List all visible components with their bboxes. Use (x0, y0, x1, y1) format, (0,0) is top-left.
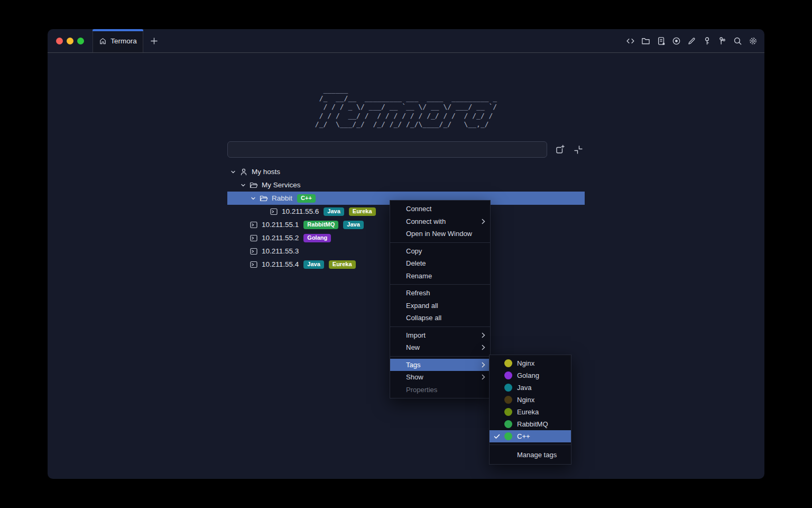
log-icon[interactable] (656, 36, 666, 46)
menu-separator (390, 356, 490, 357)
menu-item-label: Import (406, 331, 426, 339)
add-host-button[interactable] (554, 144, 566, 156)
menu-item-import[interactable]: Import (390, 329, 490, 342)
keychain-icon[interactable] (717, 36, 727, 46)
terminal-icon (250, 247, 258, 256)
edit-icon[interactable] (687, 36, 696, 46)
submenu-item-label: Nginx (517, 359, 534, 367)
tree-item-label: 10.211.55.4 (262, 260, 299, 268)
menu-item-label: Refresh (406, 289, 430, 297)
tree-item-label: 10.211.55.2 (262, 234, 299, 242)
tree-item-label: 10.211.55.1 (262, 221, 299, 229)
submenu-item-nginx[interactable]: Nginx (490, 357, 571, 369)
menu-item-open-in-new-window[interactable]: Open in New Window (390, 228, 490, 240)
menu-item-label: Tags (406, 361, 420, 369)
menu-item-label: Rename (406, 272, 432, 280)
collapse-all-button[interactable] (573, 144, 584, 156)
folder-icon[interactable] (641, 36, 650, 46)
tag-badge: RabbitMQ (303, 221, 338, 229)
menu-item-label: Open in New Window (406, 230, 472, 238)
tag-badge: Java (343, 221, 363, 229)
record-icon[interactable] (671, 36, 681, 46)
submenu-item-eureka[interactable]: Eureka (490, 406, 571, 418)
tag-badge: Java (324, 207, 344, 216)
menu-item-expand-all[interactable]: Expand all (390, 300, 490, 312)
tag-color-dot (504, 420, 512, 428)
context-menu: Connect Connect with Open in New Window … (390, 200, 491, 398)
menu-item-new[interactable]: New (390, 341, 490, 354)
tag-badge: Eureka (349, 207, 376, 216)
menu-separator (490, 444, 571, 445)
menu-item-connect[interactable]: Connect (390, 203, 490, 215)
menu-item-label: Connect (406, 205, 431, 213)
tags-submenu: Nginx Golang Java Nginx Eureka RabbitMQ (489, 355, 571, 465)
menu-item-properties: Properties (390, 384, 490, 396)
chevron-right-icon (482, 332, 485, 338)
menu-item-collapse-all[interactable]: Collapse all (390, 312, 490, 324)
menu-separator (390, 242, 490, 243)
folder-open-icon (260, 194, 268, 203)
submenu-item-label: Eureka (517, 408, 539, 416)
tag-color-dot (504, 396, 512, 404)
menu-item-tags[interactable]: Tags (390, 359, 490, 371)
submenu-item-label: Nginx (517, 396, 534, 404)
tag-color-dot (504, 432, 512, 440)
terminal-icon (250, 221, 258, 229)
menu-separator (390, 284, 490, 285)
tab-bar: Termora (48, 29, 764, 53)
search-icon[interactable] (733, 36, 742, 46)
manage-tags-button[interactable]: Manage tags (490, 447, 571, 462)
host-filter-input[interactable] (227, 141, 547, 158)
menu-item-refresh[interactable]: Refresh (390, 287, 490, 300)
tree-item-my-hosts[interactable]: My hosts (227, 165, 585, 178)
chevron-down-icon[interactable] (239, 182, 247, 189)
tab-termora[interactable]: Termora (93, 29, 143, 52)
tree-item-label: My Services (262, 181, 301, 189)
menu-item-label: Expand all (406, 302, 438, 310)
menu-item-delete[interactable]: Delete (390, 257, 490, 270)
submenu-item-golang[interactable]: Golang (490, 369, 571, 382)
key-icon[interactable] (702, 36, 712, 46)
submenu-item-label: Java (517, 384, 531, 392)
home-icon (99, 37, 107, 45)
menu-item-label: Properties (406, 386, 437, 394)
minimize-window-button[interactable] (67, 38, 73, 44)
tag-badge: Eureka (329, 260, 356, 269)
new-tab-button[interactable] (143, 29, 164, 52)
menu-item-label: Show (406, 373, 423, 381)
settings-icon[interactable] (748, 36, 758, 46)
terminal-icon (250, 260, 258, 269)
folder-open-icon (250, 181, 258, 189)
submenu-item-nginx-2[interactable]: Nginx (490, 394, 571, 406)
menu-item-show[interactable]: Show (390, 371, 490, 384)
check-icon (494, 434, 504, 439)
chevron-right-icon (482, 374, 485, 380)
chevron-right-icon (482, 362, 485, 368)
tree-item-my-services[interactable]: My Services (227, 178, 585, 192)
tree-item-label: My hosts (252, 168, 280, 176)
tab-title: Termora (110, 37, 137, 45)
toolbar (625, 29, 764, 52)
app-window: Termora (48, 29, 764, 479)
tag-badge: Golang (303, 234, 331, 242)
menu-item-connect-with[interactable]: Connect with (390, 215, 490, 228)
tag-badge: C++ (297, 194, 316, 203)
submenu-item-java[interactable]: Java (490, 382, 571, 394)
tag-color-dot (504, 408, 512, 416)
menu-item-label: Delete (406, 259, 426, 267)
chevron-down-icon[interactable] (250, 195, 257, 202)
tag-color-dot (504, 371, 512, 379)
zoom-window-button[interactable] (77, 38, 84, 44)
submenu-item-cpp[interactable]: C++ (490, 430, 571, 442)
menu-item-copy[interactable]: Copy (390, 245, 490, 258)
terminal-icon (270, 207, 278, 216)
tag-badge: Java (303, 260, 324, 269)
close-window-button[interactable] (56, 38, 63, 44)
code-icon[interactable] (625, 36, 635, 46)
menu-item-label: New (406, 343, 420, 351)
menu-item-rename[interactable]: Rename (390, 270, 490, 283)
chevron-right-icon (482, 344, 485, 350)
submenu-item-rabbitmq[interactable]: RabbitMQ (490, 418, 571, 430)
menu-item-label: Connect with (406, 217, 446, 225)
chevron-down-icon[interactable] (229, 168, 237, 176)
